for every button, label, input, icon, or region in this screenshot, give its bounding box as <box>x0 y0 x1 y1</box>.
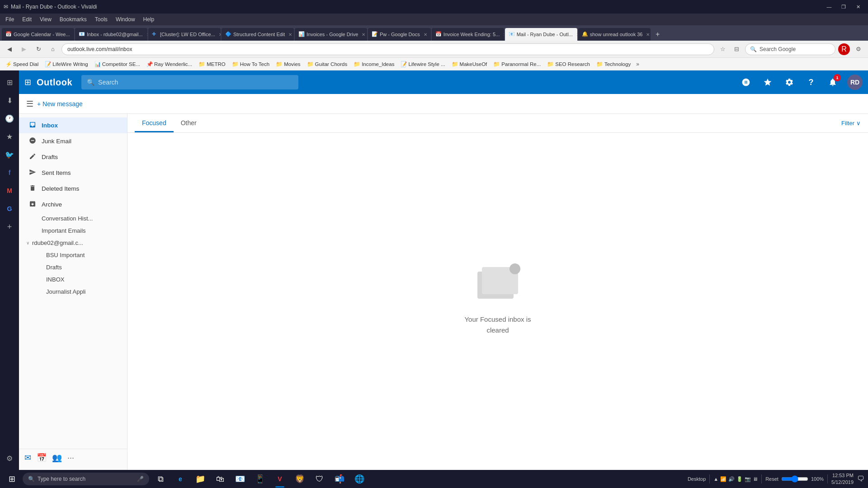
taskbar-search[interactable]: 🔍 Type here to search 🎤 <box>23 473 149 485</box>
bookmark-makeuseof[interactable]: 📁 MakeUseOf <box>449 60 490 68</box>
bookmark-paranormal[interactable]: 📁 Paranormal Re... <box>491 60 543 68</box>
bookmark-income-ideas[interactable]: 📁 Income_Ideas <box>351 60 397 68</box>
tab-invoices[interactable]: 📊 Invoices - Google Drive ✕ <box>295 28 367 41</box>
tab-invoice-week[interactable]: 📅 Invoice Week Ending: 5... ✕ <box>432 28 504 41</box>
tab-close-icon[interactable]: ✕ <box>362 32 365 37</box>
tab-show-unread[interactable]: 🔔 show unread outlook 36 ✕ <box>578 28 651 41</box>
bookmark-guitar-chords[interactable]: 📁 Guitar Chords <box>304 60 350 68</box>
add-service-icon[interactable]: + <box>1 219 18 235</box>
bookmark-seo-research[interactable]: 📁 SEO Research <box>544 60 593 68</box>
menu-item-edit[interactable]: Edit <box>19 15 35 23</box>
tab-focused[interactable]: Focused <box>135 114 174 132</box>
nav-sub-inbox2[interactable]: INBOX <box>19 273 127 286</box>
maximize-button[interactable]: ❐ <box>837 2 850 11</box>
tab-close-icon[interactable]: ✕ <box>146 32 147 37</box>
calendar-bottom-icon[interactable]: 📅 <box>37 453 47 463</box>
more-bottom-icon[interactable]: ··· <box>67 453 74 463</box>
menu-item-view[interactable]: View <box>36 15 55 23</box>
menu-item-help[interactable]: Help <box>140 15 158 23</box>
tab-gmail-inbox[interactable]: 📧 Inbox - rdube02@gmail... ✕ <box>75 28 147 41</box>
bookmark-how-to-tech[interactable]: 📁 How To Tech <box>229 60 272 68</box>
tab-close-icon[interactable]: ✕ <box>576 32 577 37</box>
display-icon[interactable]: 🖥 <box>753 476 758 482</box>
tab-close-icon[interactable]: ✕ <box>288 32 292 37</box>
chrome-taskbar-item[interactable]: 🌐 <box>351 472 368 486</box>
nav-item-deleted[interactable]: Deleted Items <box>19 181 127 197</box>
phone-taskbar-item[interactable]: 📱 <box>251 472 269 486</box>
store-taskbar-item[interactable]: 🛍 <box>212 472 229 486</box>
camera-icon[interactable]: 📷 <box>745 476 751 482</box>
nav-item-inbox[interactable]: Inbox <box>19 117 127 133</box>
nav-item-junk[interactable]: Junk Email <box>19 133 127 149</box>
taskbar-clock[interactable]: 12:53 PM 5/12/2019 <box>831 472 854 486</box>
brave-taskbar-item[interactable]: 🦁 <box>291 472 308 486</box>
menu-item-window[interactable]: Window <box>112 15 139 23</box>
skype-icon[interactable] <box>739 75 753 89</box>
add-tab-button[interactable]: + <box>651 28 664 41</box>
notification-center-icon[interactable]: 🗨 <box>857 475 864 483</box>
bookmark-technology[interactable]: 📁 Technology <box>594 60 633 68</box>
desktop-label[interactable]: Desktop <box>688 476 706 482</box>
help-icon[interactable]: ? <box>804 75 818 89</box>
profile-icon[interactable]: R <box>838 43 850 55</box>
tab-cluster[interactable]: ✚ [Cluster]: LW ED Office... ✕ <box>148 28 221 41</box>
panel-icon[interactable]: ⊟ <box>731 43 742 55</box>
settings-icon[interactable] <box>782 75 797 89</box>
nav-sub-conversation-hist[interactable]: Conversation Hist... <box>19 212 127 225</box>
history-icon[interactable]: 🕐 <box>1 110 18 127</box>
tab-google-docs[interactable]: 📝 Pw - Google Docs ✕ <box>368 28 431 41</box>
bookmarks-icon[interactable]: ★ <box>1 128 18 145</box>
bookmark-metro[interactable]: 📁 METRO <box>196 60 228 68</box>
bookmark-lifewire-style[interactable]: 📝 Lifewire Style ... <box>398 60 448 68</box>
outlook-app-grid-icon[interactable]: ⊞ <box>24 77 31 87</box>
menu-item-bookmarks[interactable]: Bookmarks <box>56 15 90 23</box>
nav-item-archive[interactable]: Archive <box>19 197 127 212</box>
tab-close-icon[interactable]: ✕ <box>424 32 427 37</box>
forward-button[interactable]: ▶ <box>18 43 30 55</box>
home-button[interactable]: ⌂ <box>47 43 59 55</box>
zoom-slider[interactable] <box>781 476 808 482</box>
twitter-icon[interactable]: 🐦 <box>1 146 18 163</box>
sync-icon[interactable]: ⚙ <box>853 43 864 55</box>
tab-structured-content[interactable]: 🔷 Structured Content Edit ✕ <box>222 28 294 41</box>
tab-close-icon[interactable]: ✕ <box>219 32 221 37</box>
app-grid-icon[interactable]: ⊞ <box>1 74 18 90</box>
bookmark-movies[interactable]: 📁 Movies <box>273 60 303 68</box>
bookmark-lifewire-writing[interactable]: 📝 LifeWire Writng <box>42 60 90 68</box>
explorer-taskbar-item[interactable]: 📁 <box>192 472 209 486</box>
tab-other[interactable]: Other <box>174 114 204 132</box>
edge-taskbar-item[interactable]: e <box>172 472 189 486</box>
bookmark-current-icon[interactable]: ☆ <box>717 43 729 55</box>
start-button[interactable]: ⊞ <box>4 472 20 486</box>
tab-close-icon[interactable]: ✕ <box>74 32 74 37</box>
nav-sub-drafts2[interactable]: Drafts <box>19 261 127 273</box>
mail-bottom-icon[interactable]: ✉ <box>24 453 31 463</box>
email-taskbar-item[interactable]: 📧 <box>231 472 249 486</box>
bookmarks-more-button[interactable]: » <box>634 60 641 68</box>
nav-sub-bsu-important[interactable]: BSU Important <box>19 249 127 261</box>
microphone-icon[interactable]: 🎤 <box>137 476 144 482</box>
menu-item-file[interactable]: File <box>2 15 18 23</box>
google-icon[interactable]: G <box>1 201 18 217</box>
nav-sub-important-emails[interactable]: Important Emails <box>19 225 127 237</box>
nav-sub-journalist[interactable]: Journalist Appli <box>19 286 127 298</box>
bookmark-speed-dial[interactable]: ⚡ Speed Dial <box>3 60 41 68</box>
security-taskbar-item[interactable]: 🛡 <box>311 472 328 486</box>
rewards-icon[interactable] <box>760 75 775 89</box>
nav-group-rdube[interactable]: ∨ rdube02@gmail.c... <box>19 237 127 249</box>
bookmark-ray-wenderlich[interactable]: 📌 Ray Wenderlic... <box>144 60 195 68</box>
people-bottom-icon[interactable]: 👥 <box>52 453 62 463</box>
volume-icon[interactable]: 🔊 <box>728 476 735 482</box>
new-message-button[interactable]: + New message <box>37 100 83 108</box>
outlook-search[interactable]: 🔍 Search <box>81 75 298 89</box>
nav-item-drafts[interactable]: Drafts <box>19 149 127 165</box>
avatar[interactable]: RD <box>847 75 863 90</box>
filter-button[interactable]: Filter ∨ <box>841 116 861 130</box>
minimize-button[interactable]: — <box>823 2 835 11</box>
menu-item-tools[interactable]: Tools <box>91 15 111 23</box>
close-button[interactable]: ✕ <box>852 2 864 11</box>
downloads-icon[interactable]: ⬇ <box>1 92 18 108</box>
bookmark-competitor-se[interactable]: 📊 Competitor SE... <box>92 60 143 68</box>
reload-button[interactable]: ↻ <box>33 43 44 55</box>
search-bar[interactable]: 🔍 Search Google <box>745 43 835 55</box>
